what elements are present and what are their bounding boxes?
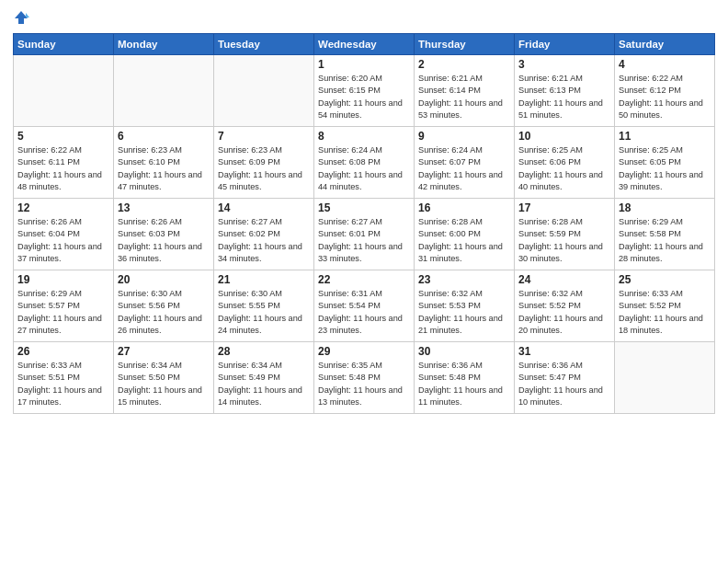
calendar-cell: 4Sunrise: 6:22 AM Sunset: 6:12 PM Daylig… — [615, 55, 715, 127]
day-number: 13 — [118, 201, 210, 214]
svg-marker-1 — [26, 13, 29, 17]
calendar-header-saturday: Saturday — [615, 34, 715, 55]
day-info: Sunrise: 6:36 AM Sunset: 5:47 PM Dayligh… — [518, 360, 610, 408]
calendar-cell: 1Sunrise: 6:20 AM Sunset: 6:15 PM Daylig… — [314, 55, 415, 127]
calendar-cell: 7Sunrise: 6:23 AM Sunset: 6:09 PM Daylig… — [214, 127, 314, 199]
calendar-cell: 13Sunrise: 6:26 AM Sunset: 6:03 PM Dayli… — [114, 199, 214, 270]
calendar-cell — [14, 55, 114, 127]
logo — [13, 9, 31, 26]
day-info: Sunrise: 6:36 AM Sunset: 5:48 PM Dayligh… — [418, 360, 510, 408]
day-info: Sunrise: 6:25 AM Sunset: 6:05 PM Dayligh… — [619, 144, 711, 193]
day-number: 25 — [619, 273, 711, 286]
day-number: 4 — [619, 58, 711, 71]
calendar-cell: 15Sunrise: 6:27 AM Sunset: 6:01 PM Dayli… — [314, 199, 415, 270]
day-number: 28 — [218, 345, 310, 358]
day-info: Sunrise: 6:23 AM Sunset: 6:10 PM Dayligh… — [118, 144, 210, 193]
calendar-cell: 22Sunrise: 6:31 AM Sunset: 5:54 PM Dayli… — [314, 270, 415, 342]
calendar-header-tuesday: Tuesday — [214, 34, 314, 55]
calendar-week-3: 12Sunrise: 6:26 AM Sunset: 6:04 PM Dayli… — [14, 199, 715, 270]
day-number: 11 — [619, 130, 711, 143]
day-info: Sunrise: 6:22 AM Sunset: 6:12 PM Dayligh… — [619, 73, 711, 121]
calendar-cell: 10Sunrise: 6:25 AM Sunset: 6:06 PM Dayli… — [515, 127, 615, 199]
calendar-cell: 29Sunrise: 6:35 AM Sunset: 5:48 PM Dayli… — [314, 342, 415, 414]
calendar-header-wednesday: Wednesday — [314, 34, 415, 55]
day-info: Sunrise: 6:22 AM Sunset: 6:11 PM Dayligh… — [17, 144, 109, 193]
day-info: Sunrise: 6:26 AM Sunset: 6:03 PM Dayligh… — [118, 216, 210, 265]
day-number: 8 — [318, 130, 410, 143]
calendar-cell: 3Sunrise: 6:21 AM Sunset: 6:13 PM Daylig… — [515, 55, 615, 127]
page: SundayMondayTuesdayWednesdayThursdayFrid… — [0, 0, 728, 563]
day-info: Sunrise: 6:27 AM Sunset: 6:02 PM Dayligh… — [218, 216, 310, 265]
header — [13, 9, 715, 26]
calendar-cell: 21Sunrise: 6:30 AM Sunset: 5:55 PM Dayli… — [214, 270, 314, 342]
calendar-header-thursday: Thursday — [415, 34, 515, 55]
calendar-cell: 18Sunrise: 6:29 AM Sunset: 5:58 PM Dayli… — [615, 199, 715, 270]
day-number: 26 — [17, 345, 109, 358]
day-info: Sunrise: 6:21 AM Sunset: 6:13 PM Dayligh… — [518, 73, 610, 121]
day-info: Sunrise: 6:28 AM Sunset: 6:00 PM Dayligh… — [418, 216, 510, 265]
day-info: Sunrise: 6:35 AM Sunset: 5:48 PM Dayligh… — [318, 360, 410, 408]
calendar-cell: 17Sunrise: 6:28 AM Sunset: 5:59 PM Dayli… — [515, 199, 615, 270]
calendar-header-monday: Monday — [114, 34, 214, 55]
calendar-week-1: 1Sunrise: 6:20 AM Sunset: 6:15 PM Daylig… — [14, 55, 715, 127]
day-number: 10 — [518, 130, 610, 143]
calendar-cell: 11Sunrise: 6:25 AM Sunset: 6:05 PM Dayli… — [615, 127, 715, 199]
day-info: Sunrise: 6:21 AM Sunset: 6:14 PM Dayligh… — [418, 73, 510, 121]
day-info: Sunrise: 6:29 AM Sunset: 5:57 PM Dayligh… — [17, 288, 109, 337]
day-info: Sunrise: 6:31 AM Sunset: 5:54 PM Dayligh… — [318, 288, 410, 337]
day-info: Sunrise: 6:26 AM Sunset: 6:04 PM Dayligh… — [17, 216, 109, 265]
calendar-cell: 25Sunrise: 6:33 AM Sunset: 5:52 PM Dayli… — [615, 270, 715, 342]
day-number: 17 — [518, 201, 610, 214]
calendar-cell: 31Sunrise: 6:36 AM Sunset: 5:47 PM Dayli… — [515, 342, 615, 414]
day-number: 2 — [418, 58, 510, 71]
day-info: Sunrise: 6:28 AM Sunset: 5:59 PM Dayligh… — [518, 216, 610, 265]
day-number: 16 — [418, 201, 510, 214]
day-info: Sunrise: 6:30 AM Sunset: 5:56 PM Dayligh… — [118, 288, 210, 337]
calendar-cell — [114, 55, 214, 127]
day-number: 31 — [518, 345, 610, 358]
calendar-cell: 2Sunrise: 6:21 AM Sunset: 6:14 PM Daylig… — [415, 55, 515, 127]
day-info: Sunrise: 6:32 AM Sunset: 5:53 PM Dayligh… — [418, 288, 510, 337]
day-number: 1 — [318, 58, 410, 71]
day-info: Sunrise: 6:33 AM Sunset: 5:51 PM Dayligh… — [17, 360, 109, 408]
calendar-header-friday: Friday — [515, 34, 615, 55]
calendar-week-5: 26Sunrise: 6:33 AM Sunset: 5:51 PM Dayli… — [14, 342, 715, 414]
calendar-cell: 5Sunrise: 6:22 AM Sunset: 6:11 PM Daylig… — [14, 127, 114, 199]
calendar-header-sunday: Sunday — [14, 34, 114, 55]
day-info: Sunrise: 6:25 AM Sunset: 6:06 PM Dayligh… — [518, 144, 610, 193]
calendar-cell: 20Sunrise: 6:30 AM Sunset: 5:56 PM Dayli… — [114, 270, 214, 342]
calendar-cell: 27Sunrise: 6:34 AM Sunset: 5:50 PM Dayli… — [114, 342, 214, 414]
day-number: 12 — [17, 201, 109, 214]
day-number: 30 — [418, 345, 510, 358]
calendar-cell: 19Sunrise: 6:29 AM Sunset: 5:57 PM Dayli… — [14, 270, 114, 342]
calendar-cell: 6Sunrise: 6:23 AM Sunset: 6:10 PM Daylig… — [114, 127, 214, 199]
calendar-cell — [214, 55, 314, 127]
day-info: Sunrise: 6:33 AM Sunset: 5:52 PM Dayligh… — [619, 288, 711, 337]
day-number: 24 — [518, 273, 610, 286]
day-info: Sunrise: 6:32 AM Sunset: 5:52 PM Dayligh… — [518, 288, 610, 337]
day-number: 9 — [418, 130, 510, 143]
day-number: 5 — [17, 130, 109, 143]
day-number: 23 — [418, 273, 510, 286]
day-number: 21 — [218, 273, 310, 286]
calendar-cell: 9Sunrise: 6:24 AM Sunset: 6:07 PM Daylig… — [415, 127, 515, 199]
day-info: Sunrise: 6:29 AM Sunset: 5:58 PM Dayligh… — [619, 216, 711, 265]
calendar-cell: 12Sunrise: 6:26 AM Sunset: 6:04 PM Dayli… — [14, 199, 114, 270]
day-number: 15 — [318, 201, 410, 214]
calendar-cell: 24Sunrise: 6:32 AM Sunset: 5:52 PM Dayli… — [515, 270, 615, 342]
calendar-cell: 28Sunrise: 6:34 AM Sunset: 5:49 PM Dayli… — [214, 342, 314, 414]
calendar-cell: 16Sunrise: 6:28 AM Sunset: 6:00 PM Dayli… — [415, 199, 515, 270]
day-number: 29 — [318, 345, 410, 358]
day-number: 20 — [118, 273, 210, 286]
day-number: 18 — [619, 201, 711, 214]
day-info: Sunrise: 6:24 AM Sunset: 6:07 PM Dayligh… — [418, 144, 510, 193]
day-info: Sunrise: 6:34 AM Sunset: 5:49 PM Dayligh… — [218, 360, 310, 408]
calendar-week-4: 19Sunrise: 6:29 AM Sunset: 5:57 PM Dayli… — [14, 270, 715, 342]
logo-icon — [13, 9, 29, 26]
day-number: 14 — [218, 201, 310, 214]
day-number: 27 — [118, 345, 210, 358]
calendar-cell: 23Sunrise: 6:32 AM Sunset: 5:53 PM Dayli… — [415, 270, 515, 342]
day-info: Sunrise: 6:20 AM Sunset: 6:15 PM Dayligh… — [318, 73, 410, 121]
day-number: 7 — [218, 130, 310, 143]
day-info: Sunrise: 6:30 AM Sunset: 5:55 PM Dayligh… — [218, 288, 310, 337]
